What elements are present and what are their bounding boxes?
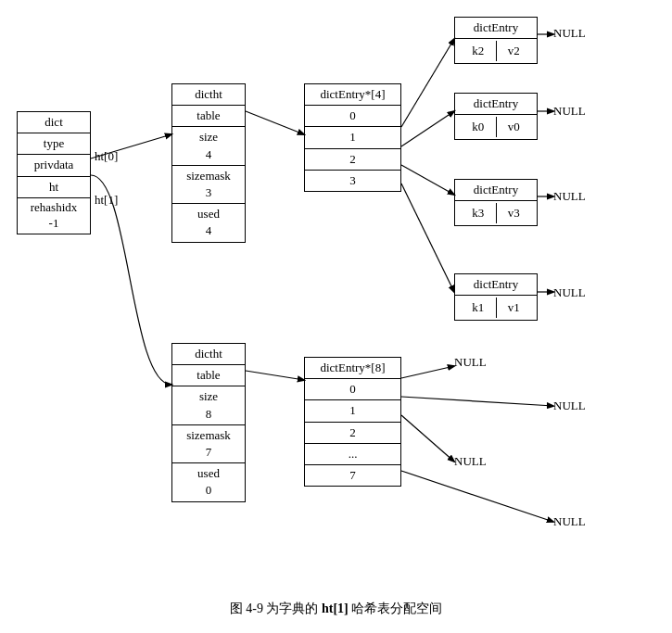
entry-k1v1-v: v1 [497, 298, 532, 318]
dictht0-title: dictht [172, 84, 245, 106]
dictentry4-1: 1 [305, 127, 400, 148]
dictentry8-1: 1 [305, 400, 400, 422]
caption: 图 4-9 为字典的 ht[1] 哈希表分配空间 [0, 601, 672, 627]
null-k2v2: NULL [553, 26, 586, 41]
dict-cell-privdata: privdata [18, 155, 90, 176]
null-k1v1: NULL [553, 285, 586, 300]
dictentry8-2: 2 [305, 423, 400, 444]
entry-k2v2-v: v2 [497, 41, 532, 61]
entry-k1v1-box: dictEntry k1 v1 [454, 273, 538, 321]
dictentry8-dots: ... [305, 444, 400, 465]
dict-cell-rehashidx: rehashidx-1 [18, 198, 90, 234]
entry-k0v0-v: v0 [497, 117, 532, 137]
entry-k3v3-title: dictEntry [455, 180, 537, 201]
dictentry4-0: 0 [305, 106, 400, 127]
dict-cell-dict: dict [18, 112, 90, 133]
null-ht1-0: NULL [454, 355, 487, 370]
dictht1-table: table [172, 365, 245, 386]
dictht1-size: size8 [172, 386, 245, 424]
entry-k2v2-box: dictEntry k2 v2 [454, 17, 538, 64]
dictentry4-2: 2 [305, 149, 400, 171]
dictentry8-7: 7 [305, 465, 400, 486]
entry-k3v3-k: k3 [461, 203, 497, 223]
entry-k0v0-title: dictEntry [455, 94, 537, 115]
dictentry4-title: dictEntry*[4] [305, 84, 400, 106]
entry-k3v3-box: dictEntry k3 v3 [454, 179, 538, 226]
dictht1-title: dictht [172, 344, 245, 365]
null-ht1-1: NULL [553, 399, 586, 413]
dictht0-sizemask: sizemask3 [172, 166, 245, 204]
null-k0v0: NULL [553, 104, 586, 119]
diagram: dict type privdata ht rehashidx-1 ht[0] … [0, 0, 672, 593]
caption-suffix: 哈希表分配空间 [351, 601, 442, 615]
dictht0-size: size4 [172, 127, 245, 165]
ht0-label: ht[0] [95, 149, 118, 164]
dict-cell-ht: ht [18, 177, 90, 198]
entry-k1v1-k: k1 [461, 298, 497, 318]
ht1-label: ht[1] [95, 193, 118, 208]
dict-cell-type: type [18, 133, 90, 155]
entry-k3v3-v: v3 [497, 203, 532, 223]
dictht1-used: used0 [172, 463, 245, 500]
caption-bold: ht[1] [322, 601, 349, 615]
dictht1-box: dictht table size8 sizemask7 used0 [171, 343, 246, 502]
dictht1-sizemask: sizemask7 [172, 425, 245, 463]
dictentry4-3: 3 [305, 171, 400, 191]
dictentry4-box: dictEntry*[4] 0 1 2 3 [304, 83, 401, 192]
dictht0-table: table [172, 106, 245, 127]
dictentry8-box: dictEntry*[8] 0 1 2 ... 7 [304, 357, 401, 487]
entry-k0v0-box: dictEntry k0 v0 [454, 93, 538, 140]
null-ht1-3: NULL [553, 514, 586, 529]
entry-k1v1-title: dictEntry [455, 274, 537, 296]
null-k3v3: NULL [553, 189, 586, 204]
dictentry8-title: dictEntry*[8] [305, 358, 400, 379]
dictentry8-0: 0 [305, 379, 400, 400]
entry-k2v2-k: k2 [461, 41, 497, 61]
null-ht1-2: NULL [454, 454, 487, 469]
dict-box: dict type privdata ht rehashidx-1 [17, 111, 91, 234]
dictht0-box: dictht table size4 sizemask3 used4 [171, 83, 246, 243]
entry-k2v2-title: dictEntry [455, 18, 537, 39]
dictht0-used: used4 [172, 204, 245, 241]
entry-k0v0-k: k0 [461, 117, 497, 137]
caption-prefix: 图 4-9 为字典的 [230, 601, 319, 615]
